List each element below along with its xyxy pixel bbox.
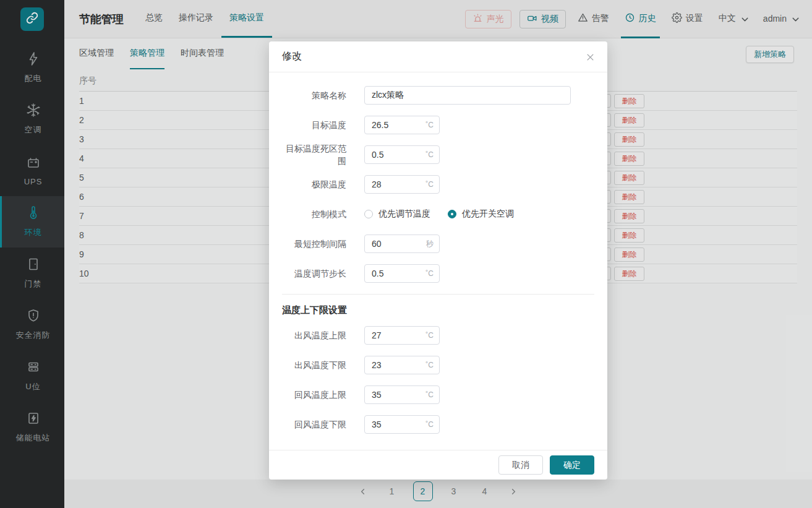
field-label: 回风温度下限 — [282, 418, 346, 431]
field-label: 目标温度 — [282, 119, 346, 131]
field-label: 出风温度上限 — [282, 329, 346, 342]
min-interval-input[interactable] — [365, 239, 426, 249]
modal-header: 修改 — [269, 41, 607, 72]
step-size-input[interactable] — [365, 269, 425, 278]
form-row-target-temp: 目标温度 ˚C — [282, 116, 594, 134]
form-row-return-upper: 回风温度上限 ˚C — [282, 385, 594, 404]
unit-label: ˚C — [425, 361, 439, 369]
unit-label: ˚C — [425, 269, 439, 278]
form-row-outlet-upper: 出风温度上限 ˚C — [282, 326, 594, 345]
field-label: 回风温度上限 — [282, 389, 346, 401]
unit-label: 秒 — [426, 239, 439, 249]
form-row-return-lower: 回风温度下限 ˚C — [282, 415, 594, 434]
control-mode-radio-group: 优先调节温度 优先开关空调 — [364, 209, 514, 220]
modal-title: 修改 — [282, 50, 302, 63]
modal-footer: 取消 确定 — [269, 450, 607, 480]
confirm-button[interactable]: 确定 — [550, 455, 594, 475]
radio-checked-icon — [448, 210, 456, 218]
return-lower-input[interactable] — [365, 420, 425, 429]
unit-label: ˚C — [425, 180, 439, 189]
close-icon[interactable] — [584, 51, 596, 63]
unit-label: ˚C — [425, 390, 439, 399]
modal-body: 策略名称 目标温度 ˚C 目标温度死区范围 ˚C — [269, 72, 607, 450]
field-label: 目标温度死区范围 — [282, 142, 346, 168]
section-divider — [282, 294, 594, 295]
unit-label: ˚C — [425, 150, 439, 159]
field-label: 温度调节步长 — [282, 267, 346, 280]
form-row-min-interval: 最短控制间隔 秒 — [282, 235, 594, 253]
section-title: 温度上下限设置 — [282, 304, 594, 316]
deadzone-input[interactable] — [365, 150, 425, 160]
radio-label: 优先开关空调 — [462, 209, 514, 220]
unit-label: ˚C — [425, 121, 439, 129]
limit-temp-input[interactable] — [365, 179, 425, 189]
outlet-lower-input[interactable] — [365, 360, 425, 370]
unit-label: ˚C — [425, 331, 439, 340]
radio-unchecked-icon — [364, 210, 373, 218]
form-row-limit-temp: 极限温度 ˚C — [282, 175, 594, 194]
cancel-button[interactable]: 取消 — [498, 455, 543, 475]
field-label: 极限温度 — [282, 178, 346, 191]
target-temp-input[interactable] — [365, 120, 425, 130]
radio-label: 优先调节温度 — [378, 209, 430, 220]
radio-adjust-temperature[interactable]: 优先调节温度 — [364, 209, 430, 220]
radio-switch-ac[interactable]: 优先开关空调 — [448, 209, 514, 220]
form-row-outlet-lower: 出风温度下限 ˚C — [282, 356, 594, 374]
form-row-step-size: 温度调节步长 ˚C — [282, 264, 594, 283]
field-label: 出风温度下限 — [282, 359, 346, 371]
outlet-upper-input[interactable] — [365, 330, 425, 340]
form-row-policy-name: 策略名称 — [282, 86, 594, 105]
form-row-deadzone: 目标温度死区范围 ˚C — [282, 145, 594, 164]
return-upper-input[interactable] — [365, 390, 425, 400]
edit-policy-modal: 修改 策略名称 目标温度 ˚C 目标温度死区范围 — [269, 41, 607, 480]
form-row-control-mode: 控制模式 优先调节温度 优先开关空调 — [282, 205, 594, 223]
field-label: 控制模式 — [282, 208, 346, 220]
field-label: 策略名称 — [282, 89, 346, 101]
unit-label: ˚C — [425, 420, 439, 429]
policy-name-input[interactable] — [364, 86, 571, 105]
field-label: 最短控制间隔 — [282, 238, 346, 250]
